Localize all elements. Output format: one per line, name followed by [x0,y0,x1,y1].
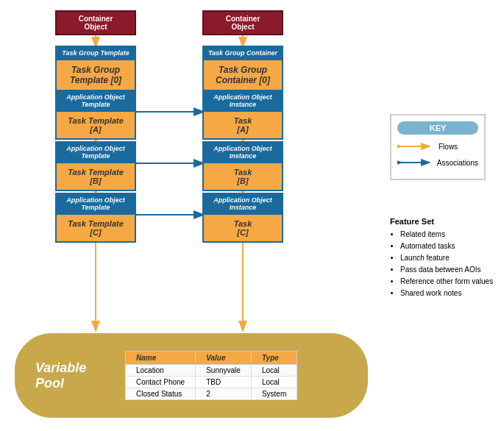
diagram-area: Container Object Task Group Template Tas… [0,0,504,431]
variable-pool-label: Variable Pool [15,360,118,391]
right-task-a-box: Application ObjectInstance Task[A] [202,90,283,140]
right-task-c-box: Application ObjectInstance Task[C] [202,193,283,243]
left-task-c-body: Task Template[C] [57,213,135,241]
left-task-a-box: Application ObjectTemplate Task Template… [55,90,136,140]
key-title: KEY [397,121,478,135]
feature-item-2: Launch feature [400,252,497,264]
variable-pool: Variable Pool Name Value Type Location S… [15,333,368,418]
feature-item-1: Automated tasks [400,241,497,252]
row2-value: 2 [196,388,252,400]
table-row: Closed Status 2 System [126,388,297,400]
row1-name: Contact Phone [126,377,196,388]
right-task-group-box: Task Group Container Task GroupContainer… [202,46,283,91]
left-task-c-header: Application ObjectTemplate [57,194,135,213]
variable-pool-table: Name Value Type Location Sunnyvale Local… [125,351,297,400]
table-header-name: Name [126,352,196,365]
key-assoc-item: Associations [397,157,478,168]
feature-set-title: Feature Set [390,217,497,226]
left-task-a-header: Application ObjectTemplate [57,91,135,110]
feature-set: Feature Set Related items Automated task… [390,217,497,299]
flow-arrow-icon [397,140,434,152]
row0-name: Location [126,365,196,377]
table-header-type: Type [251,352,297,365]
row1-type: Local [251,377,297,388]
left-task-b-body: Task Template[B] [57,162,135,190]
right-task-group-header: Task Group Container [204,47,282,59]
key-box: KEY Flows [390,114,486,180]
feature-item-0: Related items [400,229,497,241]
key-flow-item: Flows [397,140,478,152]
left-container-object: Container Object [55,10,136,35]
right-container-object: Container Object [202,10,283,35]
key-flow-label: Flows [439,143,458,151]
row2-type: System [251,388,297,400]
feature-item-3: Pass data between AOIs [400,264,497,276]
table-header-value: Value [196,352,252,365]
feature-set-list: Related items Automated tasks Launch fea… [390,229,497,299]
right-task-a-body: Task[A] [204,110,282,138]
feature-item-4: Reference other form values [400,276,497,288]
row2-name: Closed Status [126,388,196,400]
left-task-b-box: Application ObjectTemplate Task Template… [55,141,136,191]
right-task-c-header: Application ObjectInstance [204,194,282,213]
row0-value: Sunnyvale [196,365,252,377]
right-task-b-body: Task[B] [204,162,282,190]
right-task-c-body: Task[C] [204,213,282,241]
left-task-group-body: Task GroupTemplate [0] [57,59,135,90]
table-row: Location Sunnyvale Local [126,365,297,377]
association-arrow-icon [397,157,433,168]
table-row: Contact Phone TBD Local [126,377,297,388]
feature-item-5: Shared work notes [400,288,497,299]
row1-value: TBD [196,377,252,388]
right-task-group-body: Task GroupContainer [0] [204,59,282,90]
right-task-b-box: Application ObjectInstance Task[B] [202,141,283,191]
right-task-b-header: Application ObjectInstance [204,143,282,162]
left-task-a-body: Task Template[A] [57,110,135,138]
left-task-group-box: Task Group Template Task GroupTemplate [… [55,46,136,91]
key-assoc-label: Associations [437,159,478,167]
row0-type: Local [251,365,297,377]
left-task-group-header: Task Group Template [57,47,135,59]
left-task-b-header: Application ObjectTemplate [57,143,135,162]
left-task-c-box: Application ObjectTemplate Task Template… [55,193,136,243]
right-task-a-header: Application ObjectInstance [204,91,282,110]
